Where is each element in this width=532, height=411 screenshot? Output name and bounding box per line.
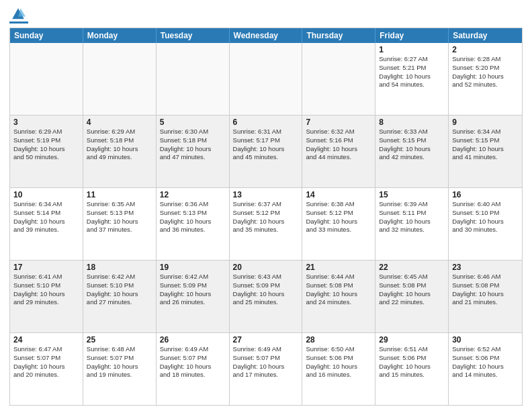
calendar-row-4: 24Sunrise: 6:47 AMSunset: 5:07 PMDayligh… <box>10 332 522 405</box>
day-number: 10 <box>13 190 79 199</box>
day-number: 6 <box>233 118 299 127</box>
day-info: Sunrise: 6:37 AMSunset: 5:12 PMDaylight:… <box>233 200 299 234</box>
calendar-cell: 27Sunrise: 6:49 AMSunset: 5:07 PMDayligh… <box>230 333 303 405</box>
day-number: 9 <box>452 118 519 127</box>
day-info: Sunrise: 6:29 AMSunset: 5:18 PMDaylight:… <box>87 128 152 162</box>
day-number: 29 <box>379 335 445 345</box>
day-number: 13 <box>233 190 299 199</box>
day-info: Sunrise: 6:31 AMSunset: 5:17 PMDaylight:… <box>233 128 299 162</box>
calendar-cell <box>230 43 303 115</box>
calendar-cell: 7Sunrise: 6:32 AMSunset: 5:16 PMDaylight… <box>302 116 375 187</box>
day-info: Sunrise: 6:32 AMSunset: 5:16 PMDaylight:… <box>306 128 371 162</box>
day-info: Sunrise: 6:39 AMSunset: 5:11 PMDaylight:… <box>379 200 445 234</box>
header <box>9 7 523 24</box>
day-number: 16 <box>452 190 519 199</box>
day-number: 14 <box>306 190 371 199</box>
calendar-cell: 26Sunrise: 6:49 AMSunset: 5:07 PMDayligh… <box>157 333 230 405</box>
day-number: 5 <box>160 118 226 127</box>
calendar-cell: 17Sunrise: 6:41 AMSunset: 5:10 PMDayligh… <box>10 261 83 332</box>
logo-icon <box>11 7 26 21</box>
calendar-cell <box>302 43 375 115</box>
calendar-cell: 1Sunrise: 6:27 AMSunset: 5:21 PMDaylight… <box>375 43 449 115</box>
calendar-body: 1Sunrise: 6:27 AMSunset: 5:21 PMDaylight… <box>10 43 522 405</box>
day-info: Sunrise: 6:42 AMSunset: 5:10 PMDaylight:… <box>87 273 152 307</box>
day-number: 22 <box>379 263 445 272</box>
day-info: Sunrise: 6:50 AMSunset: 5:06 PMDaylight:… <box>306 345 371 379</box>
day-number: 23 <box>452 263 519 272</box>
day-info: Sunrise: 6:28 AMSunset: 5:20 PMDaylight:… <box>452 55 519 89</box>
calendar-cell: 3Sunrise: 6:29 AMSunset: 5:19 PMDaylight… <box>10 116 83 187</box>
day-number: 12 <box>160 190 226 199</box>
header-day-thursday: Thursday <box>302 28 375 43</box>
calendar-cell: 19Sunrise: 6:42 AMSunset: 5:09 PMDayligh… <box>157 261 230 332</box>
day-info: Sunrise: 6:47 AMSunset: 5:07 PMDaylight:… <box>13 345 79 379</box>
day-number: 20 <box>233 263 299 272</box>
calendar-cell: 2Sunrise: 6:28 AMSunset: 5:20 PMDaylight… <box>449 43 522 115</box>
day-number: 11 <box>87 190 152 199</box>
day-number: 18 <box>87 263 152 272</box>
calendar-cell: 10Sunrise: 6:34 AMSunset: 5:14 PMDayligh… <box>10 188 83 260</box>
day-number: 7 <box>306 118 371 127</box>
day-number: 15 <box>379 190 445 199</box>
day-info: Sunrise: 6:34 AMSunset: 5:14 PMDaylight:… <box>13 200 79 234</box>
day-info: Sunrise: 6:52 AMSunset: 5:06 PMDaylight:… <box>452 345 519 379</box>
header-day-friday: Friday <box>375 28 449 43</box>
calendar-row-3: 17Sunrise: 6:41 AMSunset: 5:10 PMDayligh… <box>10 260 522 332</box>
day-number: 30 <box>452 335 519 345</box>
header-day-monday: Monday <box>83 28 157 43</box>
header-day-wednesday: Wednesday <box>230 28 303 43</box>
calendar-cell: 9Sunrise: 6:34 AMSunset: 5:15 PMDaylight… <box>449 116 522 187</box>
day-info: Sunrise: 6:44 AMSunset: 5:08 PMDaylight:… <box>306 273 371 307</box>
day-info: Sunrise: 6:40 AMSunset: 5:10 PMDaylight:… <box>452 200 519 234</box>
calendar-cell: 4Sunrise: 6:29 AMSunset: 5:18 PMDaylight… <box>83 116 157 187</box>
calendar-cell: 12Sunrise: 6:36 AMSunset: 5:13 PMDayligh… <box>157 188 230 260</box>
calendar-cell: 20Sunrise: 6:43 AMSunset: 5:09 PMDayligh… <box>230 261 303 332</box>
day-info: Sunrise: 6:38 AMSunset: 5:12 PMDaylight:… <box>306 200 371 234</box>
day-number: 2 <box>452 45 519 54</box>
day-number: 4 <box>87 118 152 127</box>
calendar-cell <box>157 43 230 115</box>
calendar-cell: 21Sunrise: 6:44 AMSunset: 5:08 PMDayligh… <box>302 261 375 332</box>
calendar-cell: 5Sunrise: 6:30 AMSunset: 5:18 PMDaylight… <box>157 116 230 187</box>
calendar-cell: 22Sunrise: 6:45 AMSunset: 5:08 PMDayligh… <box>375 261 449 332</box>
header-day-tuesday: Tuesday <box>157 28 230 43</box>
header-day-sunday: Sunday <box>10 28 83 43</box>
calendar-header: SundayMondayTuesdayWednesdayThursdayFrid… <box>10 28 522 43</box>
day-info: Sunrise: 6:46 AMSunset: 5:08 PMDaylight:… <box>452 273 519 307</box>
day-number: 21 <box>306 263 371 272</box>
day-number: 24 <box>13 335 79 345</box>
day-info: Sunrise: 6:51 AMSunset: 5:06 PMDaylight:… <box>379 345 445 379</box>
calendar-cell: 6Sunrise: 6:31 AMSunset: 5:17 PMDaylight… <box>230 116 303 187</box>
calendar-row-1: 3Sunrise: 6:29 AMSunset: 5:19 PMDaylight… <box>10 115 522 187</box>
calendar-cell: 23Sunrise: 6:46 AMSunset: 5:08 PMDayligh… <box>449 261 522 332</box>
day-info: Sunrise: 6:48 AMSunset: 5:07 PMDaylight:… <box>87 345 152 379</box>
calendar-cell: 13Sunrise: 6:37 AMSunset: 5:12 PMDayligh… <box>230 188 303 260</box>
calendar-cell: 11Sunrise: 6:35 AMSunset: 5:13 PMDayligh… <box>83 188 157 260</box>
day-info: Sunrise: 6:33 AMSunset: 5:15 PMDaylight:… <box>379 128 445 162</box>
day-info: Sunrise: 6:34 AMSunset: 5:15 PMDaylight:… <box>452 128 519 162</box>
day-number: 1 <box>379 45 445 54</box>
calendar-row-2: 10Sunrise: 6:34 AMSunset: 5:14 PMDayligh… <box>10 187 522 260</box>
day-number: 27 <box>233 335 299 345</box>
header-day-saturday: Saturday <box>449 28 522 43</box>
calendar-cell: 15Sunrise: 6:39 AMSunset: 5:11 PMDayligh… <box>375 188 449 260</box>
day-info: Sunrise: 6:35 AMSunset: 5:13 PMDaylight:… <box>87 200 152 234</box>
day-info: Sunrise: 6:30 AMSunset: 5:18 PMDaylight:… <box>160 128 226 162</box>
day-info: Sunrise: 6:27 AMSunset: 5:21 PMDaylight:… <box>379 55 445 89</box>
page: SundayMondayTuesdayWednesdayThursdayFrid… <box>0 0 532 411</box>
calendar-cell: 18Sunrise: 6:42 AMSunset: 5:10 PMDayligh… <box>83 261 157 332</box>
day-number: 3 <box>13 118 79 127</box>
day-number: 26 <box>160 335 226 345</box>
calendar-cell: 28Sunrise: 6:50 AMSunset: 5:06 PMDayligh… <box>302 333 375 405</box>
calendar-cell: 16Sunrise: 6:40 AMSunset: 5:10 PMDayligh… <box>449 188 522 260</box>
day-info: Sunrise: 6:29 AMSunset: 5:19 PMDaylight:… <box>13 128 79 162</box>
calendar: SundayMondayTuesdayWednesdayThursdayFrid… <box>9 28 523 406</box>
calendar-cell: 8Sunrise: 6:33 AMSunset: 5:15 PMDaylight… <box>375 116 449 187</box>
day-number: 28 <box>306 335 371 345</box>
day-info: Sunrise: 6:42 AMSunset: 5:09 PMDaylight:… <box>160 273 226 307</box>
day-info: Sunrise: 6:41 AMSunset: 5:10 PMDaylight:… <box>13 273 79 307</box>
calendar-cell <box>83 43 157 115</box>
day-number: 8 <box>379 118 445 127</box>
logo-text <box>9 7 26 21</box>
day-number: 25 <box>87 335 152 345</box>
